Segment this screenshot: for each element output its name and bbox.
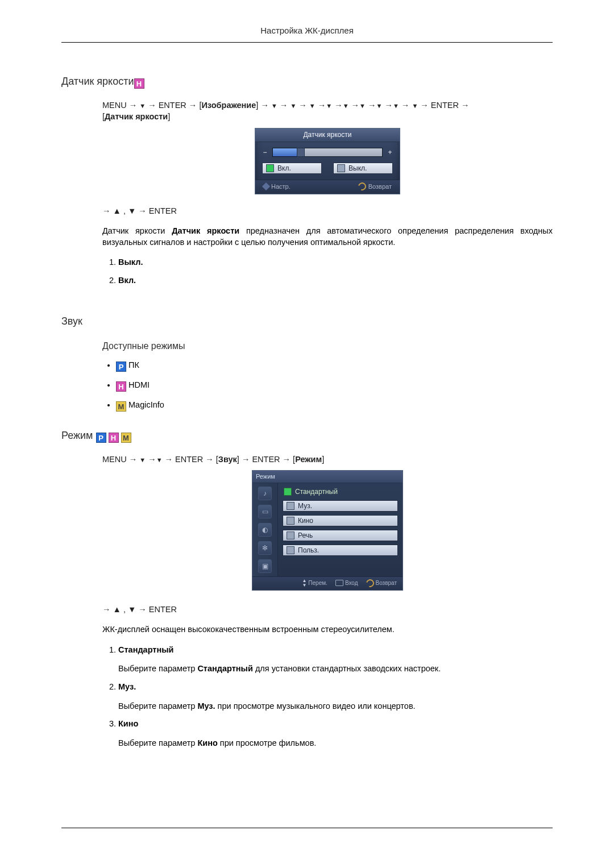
pc-icon: P xyxy=(116,362,126,372)
text: Выберите параметр xyxy=(118,738,197,747)
osd1-back-label: Возврат xyxy=(368,182,392,191)
list-item: Муз. Выберите параметр Муз. при просмотр… xyxy=(118,682,553,712)
osd2-item-label: Муз. xyxy=(298,501,312,510)
hdmi-icon: H xyxy=(116,381,126,392)
osd2-item[interactable]: Кино xyxy=(283,515,398,526)
minus-icon[interactable]: − xyxy=(262,148,268,157)
list-item: Стандартный Выберите параметр Стандартны… xyxy=(118,645,553,675)
text: при просмотре фильмов. xyxy=(218,738,317,747)
box-icon xyxy=(287,502,294,510)
osd2-item-label: Польз. xyxy=(298,546,319,555)
option-on[interactable]: Вкл. xyxy=(262,163,322,174)
available-modes-list: PПК HHDMI MMagicInfo xyxy=(102,360,553,412)
osd2-item-label: Кино xyxy=(298,516,313,525)
mode-description: ЖК-дисплей оснащен высококачественным вс… xyxy=(102,624,553,636)
down-icon: ▼ xyxy=(290,102,296,110)
text: при просмотре музыкального видео или кон… xyxy=(215,701,416,711)
down-icon: ▼ xyxy=(156,456,163,464)
rail-icon[interactable]: ◐ xyxy=(258,523,272,537)
header-rule xyxy=(61,42,553,43)
list-item-body: Выберите параметр Кино при просмотре фил… xyxy=(118,738,553,749)
osd1-adjust: Настр. xyxy=(263,182,291,191)
text-bold: Стандартный xyxy=(197,664,253,673)
list-item: Вкл. xyxy=(118,275,553,286)
text: для установки стандартных заводских наст… xyxy=(253,664,441,673)
box-icon xyxy=(287,517,294,525)
box-icon xyxy=(287,531,294,539)
nav-text: ] xyxy=(322,455,324,464)
check-icon xyxy=(266,164,274,172)
nav-text: ] xyxy=(168,112,170,121)
nav-path-sensor-2: → ▲ , ▼ → ENTER xyxy=(102,206,553,217)
list-item-head: Стандартный xyxy=(118,645,174,654)
list-item: PПК xyxy=(116,360,553,372)
down-icon: ▼ xyxy=(393,102,399,110)
nav-text: → ENTER → [ xyxy=(163,455,218,464)
text-bold: Муз. xyxy=(197,701,215,711)
section-title-sensor-text: Датчик яркости xyxy=(61,76,134,87)
nav-label-mode: Режим xyxy=(295,455,322,464)
down-icon: ▼ xyxy=(309,102,316,110)
plus-icon[interactable]: + xyxy=(387,148,393,157)
nav-text: MENU → xyxy=(102,101,139,110)
hdmi-icon: H xyxy=(134,78,144,89)
osd1-adjust-label: Настр. xyxy=(271,182,291,191)
nav-text: → ENTER → xyxy=(418,101,469,110)
nav-label-sensor: Датчик яркости xyxy=(105,112,168,121)
osd2-move: ▲▼Перем. xyxy=(302,579,327,587)
nav-label-sound: Звук xyxy=(218,455,237,464)
slider-fill xyxy=(273,148,297,156)
slider-knob[interactable] xyxy=(297,148,305,157)
list-item-body: Выберите параметр Муз. при просмотре муз… xyxy=(118,701,553,712)
osd2-item[interactable]: Речь xyxy=(283,530,398,541)
down-icon: ▼ xyxy=(271,102,277,110)
osd1-back: Возврат xyxy=(358,182,392,191)
mode-label: ПК xyxy=(128,360,139,369)
text: Выберите параметр xyxy=(118,664,197,673)
section-title-sound: Звук xyxy=(61,314,553,328)
osd2-item[interactable]: Муз. xyxy=(283,500,398,512)
osd1-title: Датчик яркости xyxy=(255,128,400,142)
pc-icon: P xyxy=(96,433,106,443)
osd2-enter-label: Вход xyxy=(345,579,358,587)
rail-icon[interactable]: ▭ xyxy=(258,505,272,518)
hdmi-icon: H xyxy=(109,433,119,443)
text-bold: Кино xyxy=(197,738,217,747)
mode-label: MagicInfo xyxy=(128,400,164,409)
return-icon xyxy=(356,181,367,192)
mode-label: HDMI xyxy=(128,380,150,389)
osd2-enter: Вход xyxy=(335,579,358,587)
list-item: HHDMI xyxy=(116,380,553,392)
list-item-body: Выберите параметр Стандартный для устано… xyxy=(118,663,553,675)
osd2-item-selected[interactable]: Стандартный xyxy=(283,487,398,497)
list-item-head: Кино xyxy=(118,719,138,728)
osd-sound-mode: Режим ♪ ▭ ◐ ✻ ▣ Стандартный Муз. Кино Ре… xyxy=(252,470,403,591)
osd2-back: Возврат xyxy=(366,579,397,587)
rail-icon[interactable]: ▣ xyxy=(258,559,272,573)
osd1-slider-row: − + xyxy=(255,142,400,160)
rail-icon[interactable]: ✻ xyxy=(258,541,272,555)
nav-path-sensor-1: MENU → ▼ → ENTER → [Изображение] → ▼ → ▼… xyxy=(102,100,553,122)
brightness-slider[interactable] xyxy=(272,148,383,157)
magicinfo-icon: M xyxy=(121,433,131,443)
list-item: Кино Выберите параметр Кино при просмотр… xyxy=(118,719,553,749)
osd-brightness-sensor: Датчик яркости − + Вкл. Выкл. Настр. Воз… xyxy=(255,128,400,194)
down-icon: ▼ xyxy=(343,102,349,110)
enter-icon xyxy=(335,580,343,586)
osd2-item[interactable]: Польз. xyxy=(283,545,398,556)
down-icon: ▼ xyxy=(326,102,332,110)
option-on-label: Вкл. xyxy=(277,164,291,173)
check-icon xyxy=(284,488,292,496)
osd2-item-label: Стандартный xyxy=(295,487,338,496)
nav-path-mode-2: → ▲ , ▼ → ENTER xyxy=(102,604,553,616)
move-icon xyxy=(262,182,270,190)
list-item-head: Муз. xyxy=(118,682,136,691)
rail-icon[interactable]: ♪ xyxy=(258,487,272,500)
option-off[interactable]: Выкл. xyxy=(333,163,393,174)
down-icon: ▼ xyxy=(139,456,146,464)
updown-icon: ▲▼ xyxy=(302,579,306,587)
text: Выберите параметр xyxy=(118,701,197,711)
box-icon xyxy=(337,164,345,172)
osd2-rail: ♪ ▭ ◐ ✻ ▣ xyxy=(252,483,278,576)
option-off-label: Выкл. xyxy=(349,164,367,173)
